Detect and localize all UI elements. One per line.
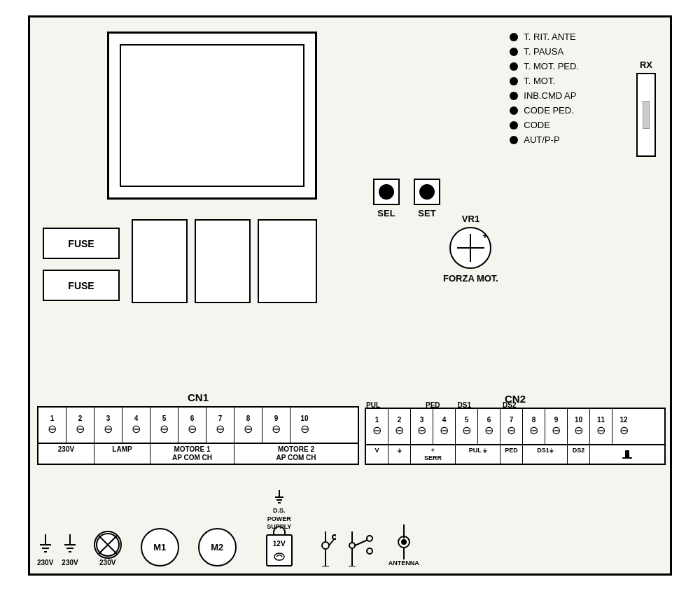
cn1-pin-6[interactable]: 6 ⊖ <box>178 408 206 443</box>
legend-dot-3 <box>510 62 518 71</box>
rx-bar <box>636 73 656 157</box>
cn1-grp-motore1: MOTORE 1AP COM CH <box>150 444 234 464</box>
vr1-container: VR1 + FORZA MOT. <box>443 214 498 284</box>
rx-label: RX <box>640 60 652 70</box>
main-ic-inner <box>120 44 304 187</box>
cn1-pin-2[interactable]: 2 ⊖ <box>66 408 94 443</box>
m1-circle: M1 <box>141 528 179 566</box>
legend-dot-6 <box>510 106 518 115</box>
lock-bag-icon <box>272 548 286 562</box>
svg-point-17 <box>274 553 284 560</box>
cn2-grp-ds2: DS2 <box>568 445 590 464</box>
cn1-pin-10[interactable]: 10 ⊖ <box>290 408 318 443</box>
cn2-group-labels: V ⏚ +SERR PUL ⏚ PED DS1⏚ DS2 <box>365 445 666 465</box>
cn2-pin-9[interactable]: 9 ⊖ <box>545 409 568 444</box>
cn2-grp-ped: PED <box>500 445 523 464</box>
legend-panel: T. RIT. ANTE T. PAUSA T. MOT. PED. T. MO… <box>510 32 579 149</box>
vr1-label: VR1 <box>462 214 479 224</box>
cn1-grp-lamp: LAMP <box>94 444 150 464</box>
legend-dot-1 <box>510 33 518 41</box>
cn2-pin-10[interactable]: 10 ⊖ <box>568 409 590 444</box>
set-button[interactable] <box>414 179 440 205</box>
cn1-pin-9[interactable]: 9 ⊖ <box>262 408 290 443</box>
switch-1 <box>315 531 336 566</box>
lock-symbol: 12V <box>266 534 293 566</box>
cn1-label: CN1 <box>37 391 359 403</box>
motor-m2: M2 <box>198 528 237 566</box>
vr1-knob[interactable]: + <box>449 227 491 269</box>
comp-block-3 <box>258 219 317 303</box>
sel-button[interactable] <box>373 179 400 205</box>
antenna-terminal-icon <box>393 524 414 559</box>
cn1-group-labels: 230V LAMP MOTORE 1AP COM CH MOTORE 2AP C… <box>37 444 359 465</box>
antenna-icon <box>620 447 634 461</box>
legend-dot-4 <box>510 77 518 85</box>
legend-item-1: T. RIT. ANTE <box>510 32 579 42</box>
ground-icon-2 <box>63 534 77 559</box>
set-label: SET <box>418 208 435 218</box>
cn1-connector: 1 ⊖ 2 ⊖ 3 ⊖ 4 ⊖ 5 ⊖ 6 ⊖ <box>37 406 359 444</box>
cn1-pin-8[interactable]: 8 ⊖ <box>234 408 262 443</box>
cn2-label: CN2 <box>365 393 666 405</box>
cn2-grp-pul: PUL ⏚ <box>456 445 500 464</box>
cn1-pin-1[interactable]: 1 ⊖ <box>38 408 66 443</box>
voltage-label: 12V <box>273 540 286 548</box>
switch-2-icon <box>346 531 378 566</box>
set-button-container[interactable]: SET <box>414 179 440 218</box>
legend-dot-7 <box>510 121 518 130</box>
legend-dot-8 <box>510 136 518 144</box>
legend-item-4: T. MOT. <box>510 76 579 86</box>
cn1-pin-3[interactable]: 3 ⊖ <box>94 408 122 443</box>
cn2-connector: 1 ⊖ 2 ⊖ 3 ⊖ 4 ⊖ 5 ⊖ 6 ⊖ <box>365 408 666 445</box>
svg-point-21 <box>332 535 336 539</box>
cn2-grp-ds1: DS1⏚ <box>523 445 568 464</box>
legend-item-5: INB.CMD AP <box>510 90 579 101</box>
power-supply: D.S.POWERSUPPLY 12V <box>266 490 293 566</box>
cn2-pin-1[interactable]: 1 ⊖ <box>366 409 388 444</box>
svg-point-28 <box>367 536 372 541</box>
sel-button-container[interactable]: SEL <box>373 179 400 218</box>
switch-1-icon <box>315 531 336 566</box>
cn2-pin-5[interactable]: 5 ⊖ <box>456 409 478 444</box>
main-ic <box>107 32 317 200</box>
rx-container: RX <box>636 60 656 157</box>
switch-2 <box>346 531 378 566</box>
fuse-2: FUSE <box>43 270 120 301</box>
legend-dot-5 <box>510 92 518 100</box>
legend-item-8: AUT/P-P <box>510 134 579 145</box>
svg-point-26 <box>349 543 355 548</box>
legend-item-3: T. MOT. PED. <box>510 61 579 71</box>
v230-label-1: 230V <box>37 559 53 566</box>
cn1-grp-230v: 230V <box>38 444 94 464</box>
svg-point-35 <box>401 539 407 545</box>
set-button-icon <box>419 184 435 200</box>
svg-line-27 <box>355 540 368 545</box>
cn1-pin-7[interactable]: 7 ⊖ <box>206 408 234 443</box>
cn2-grp-gnd: ⏚ <box>388 445 411 464</box>
rx-inner <box>643 101 650 129</box>
bottom-symbols-row: 230V 230V 230V <box>37 490 663 566</box>
svg-point-29 <box>367 548 372 554</box>
cn2-pin-6[interactable]: 6 ⊖ <box>478 409 500 444</box>
cn2-pin-4[interactable]: 4 ⊖ <box>433 409 456 444</box>
sel-button-icon <box>379 184 394 200</box>
sel-set-group: SEL SET <box>373 179 440 218</box>
cn2-pin-7[interactable]: 7 ⊖ <box>500 409 523 444</box>
cn1-grp-motore2: MOTORE 2AP COM CH <box>234 444 358 464</box>
cn1-pin-5[interactable]: 5 ⊖ <box>150 408 178 443</box>
circuit-board: FUSE FUSE T. RIT. ANTE T. PAUSA T. MOT. … <box>28 15 672 576</box>
lamp-icon <box>94 531 122 559</box>
cn2-pin-2[interactable]: 2 ⊖ <box>388 409 411 444</box>
svg-point-19 <box>322 542 329 549</box>
cn1-pin-4[interactable]: 4 ⊖ <box>122 408 150 443</box>
cn2-pin-12[interactable]: 12 ⊖ <box>612 409 635 444</box>
ground-symbol-1: 230V <box>37 534 53 566</box>
legend-dot-2 <box>510 48 518 56</box>
cn2-pin-11[interactable]: 11 ⊖ <box>590 409 612 444</box>
lamp-symbol: 230V <box>94 531 122 566</box>
comp-block-1 <box>132 219 188 303</box>
cn2-area: CN2 1 ⊖ 2 ⊖ 3 ⊖ 4 ⊖ 5 ⊖ 6 <box>365 393 666 465</box>
lock-body: 12V <box>266 534 293 566</box>
cn2-pin-3[interactable]: 3 ⊖ <box>411 409 433 444</box>
cn2-pin-8[interactable]: 8 ⊖ <box>523 409 545 444</box>
